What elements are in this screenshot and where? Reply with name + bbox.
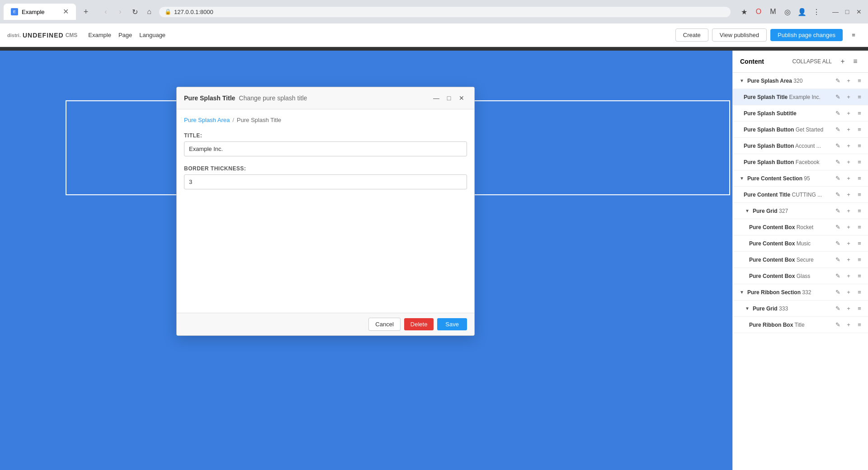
tree-actions-splash-area: ✎ + ≡ <box>833 76 864 86</box>
edit-box-music-btn[interactable]: ✎ <box>833 239 843 249</box>
edit-grid-333-btn[interactable]: ✎ <box>833 304 843 314</box>
add-box-music-btn[interactable]: + <box>844 239 854 249</box>
minimize-window-btn[interactable]: — <box>830 6 841 17</box>
address-bar[interactable]: 🔒 127.0.0.1:8000 <box>159 7 731 17</box>
menu-content-title-btn[interactable]: ≡ <box>854 190 864 200</box>
view-published-button[interactable]: View published <box>712 28 767 42</box>
add-ribbon-box-title-btn[interactable]: + <box>844 320 854 330</box>
tab-close-btn[interactable]: ✕ <box>63 8 69 15</box>
menu-splash-area-btn[interactable]: ≡ <box>854 76 864 86</box>
edit-splash-title-btn[interactable]: ✎ <box>833 92 843 102</box>
edit-box-secure-btn[interactable]: ✎ <box>833 255 843 265</box>
breadcrumb-parent-link[interactable]: Pure Splash Area <box>184 117 230 123</box>
add-splash-area-btn[interactable]: + <box>844 76 854 86</box>
new-tab-btn[interactable]: + <box>80 5 92 18</box>
header-menu-icon[interactable]: ≡ <box>846 28 861 42</box>
edit-splash-subtitle-btn[interactable]: ✎ <box>833 108 843 118</box>
edit-modal: Pure Splash Title Change pure splash tit… <box>176 87 475 336</box>
cancel-button[interactable]: Cancel <box>368 318 400 331</box>
window-controls: — □ ✕ <box>830 6 864 17</box>
menu-grid-333-btn[interactable]: ≡ <box>854 304 864 314</box>
menu-btn-started-btn[interactable]: ≡ <box>854 125 864 135</box>
menu-box-secure-btn[interactable]: ≡ <box>854 255 864 265</box>
toggle-content-section[interactable]: ▼ <box>738 175 745 182</box>
menu-box-glass-btn[interactable]: ≡ <box>854 271 864 281</box>
tree-label-ribbon-box-title: Pure Ribbon Box Title <box>749 322 833 328</box>
home-btn[interactable]: ⌂ <box>143 5 156 18</box>
nav-language[interactable]: Language <box>139 30 165 40</box>
add-box-rocket-btn[interactable]: + <box>844 222 854 232</box>
browser-chrome: E Example ✕ + ‹ › ↻ ⌂ 🔒 127.0.0.1:8000 ★… <box>0 0 868 24</box>
edit-btn-started-btn[interactable]: ✎ <box>833 125 843 135</box>
add-content-title-btn[interactable]: + <box>844 190 854 200</box>
opera-btn[interactable]: O <box>752 5 765 18</box>
toggle-ribbon-section[interactable]: ▼ <box>738 289 745 296</box>
menu-ribbon-box-title-btn[interactable]: ≡ <box>854 320 864 330</box>
add-box-secure-btn[interactable]: + <box>844 255 854 265</box>
nav-example[interactable]: Example <box>88 30 111 40</box>
add-splash-subtitle-btn[interactable]: + <box>844 108 854 118</box>
tree-actions-content-title: ✎ + ≡ <box>833 190 864 200</box>
edit-box-rocket-btn[interactable]: ✎ <box>833 222 843 232</box>
menu-box-music-btn[interactable]: ≡ <box>854 239 864 249</box>
forward-btn[interactable]: › <box>114 5 127 18</box>
tree-item-box-rocket: Pure Content Box Rocket ✎ + ≡ <box>733 219 868 235</box>
app-logo: distri. UNDEFINED CMS <box>7 32 77 39</box>
add-box-glass-btn[interactable]: + <box>844 271 854 281</box>
toggle-splash-area[interactable]: ▼ <box>738 77 745 85</box>
modal-minimize-btn[interactable]: — <box>431 93 442 103</box>
add-content-section-btn[interactable]: + <box>844 174 854 183</box>
edit-box-glass-btn[interactable]: ✎ <box>833 271 843 281</box>
tree-label-box-secure: Pure Content Box Secure <box>749 257 833 263</box>
menu-btn-account-btn[interactable]: ≡ <box>854 141 864 151</box>
edit-splash-area-btn[interactable]: ✎ <box>833 76 843 86</box>
maximize-window-btn[interactable]: □ <box>842 6 853 17</box>
edit-content-title-btn[interactable]: ✎ <box>833 190 843 200</box>
tree-item-box-secure: Pure Content Box Secure ✎ + ≡ <box>733 252 868 268</box>
profile-btn[interactable]: 👤 <box>796 5 808 18</box>
ext1-btn[interactable]: M <box>767 5 779 18</box>
menu-ribbon-section-btn[interactable]: ≡ <box>854 287 864 297</box>
add-btn-facebook-btn[interactable]: + <box>844 157 854 167</box>
back-btn[interactable]: ‹ <box>99 5 112 18</box>
add-ribbon-section-btn[interactable]: + <box>844 287 854 297</box>
modal-close-btn[interactable]: ✕ <box>456 93 467 103</box>
add-btn-account-btn[interactable]: + <box>844 141 854 151</box>
collapse-all-btn[interactable]: COLLAPSE ALL <box>793 58 832 65</box>
menu-content-section-btn[interactable]: ≡ <box>854 174 864 183</box>
toggle-grid-333[interactable]: ▼ <box>744 305 751 312</box>
add-grid-333-btn[interactable]: + <box>844 304 854 314</box>
add-grid-327-btn[interactable]: + <box>844 206 854 216</box>
tree-item-ribbon-box-title: Pure Ribbon Box Title ✎ + ≡ <box>733 317 868 333</box>
menu-splash-subtitle-btn[interactable]: ≡ <box>854 108 864 118</box>
border-input[interactable] <box>184 174 467 189</box>
reload-btn[interactable]: ↻ <box>128 5 141 18</box>
delete-button[interactable]: Delete <box>404 318 434 330</box>
save-button[interactable]: Save <box>437 318 467 330</box>
sidebar-add-btn[interactable]: + <box>837 56 848 67</box>
toggle-grid-327[interactable]: ▼ <box>744 207 751 215</box>
ext2-btn[interactable]: ◎ <box>781 5 794 18</box>
more-btn[interactable]: ⋮ <box>810 5 823 18</box>
publish-button[interactable]: Publish page changes <box>770 29 843 41</box>
bookmarks-btn[interactable]: ★ <box>738 5 750 18</box>
title-input[interactable] <box>184 141 467 156</box>
browser-tab[interactable]: E Example ✕ <box>4 4 76 20</box>
add-splash-title-btn[interactable]: + <box>844 92 854 102</box>
close-window-btn[interactable]: ✕ <box>854 6 864 17</box>
sidebar-menu-btn[interactable]: ≡ <box>850 56 861 67</box>
edit-btn-account-btn[interactable]: ✎ <box>833 141 843 151</box>
edit-ribbon-section-btn[interactable]: ✎ <box>833 287 843 297</box>
modal-maximize-btn[interactable]: □ <box>443 93 454 103</box>
nav-page[interactable]: Page <box>118 30 132 40</box>
menu-splash-title-btn[interactable]: ≡ <box>854 92 864 102</box>
menu-btn-facebook-btn[interactable]: ≡ <box>854 157 864 167</box>
edit-grid-327-btn[interactable]: ✎ <box>833 206 843 216</box>
edit-btn-facebook-btn[interactable]: ✎ <box>833 157 843 167</box>
edit-content-section-btn[interactable]: ✎ <box>833 174 843 183</box>
edit-ribbon-box-title-btn[interactable]: ✎ <box>833 320 843 330</box>
menu-grid-327-btn[interactable]: ≡ <box>854 206 864 216</box>
create-button[interactable]: Create <box>675 28 708 42</box>
menu-box-rocket-btn[interactable]: ≡ <box>854 222 864 232</box>
add-btn-started-btn[interactable]: + <box>844 125 854 135</box>
